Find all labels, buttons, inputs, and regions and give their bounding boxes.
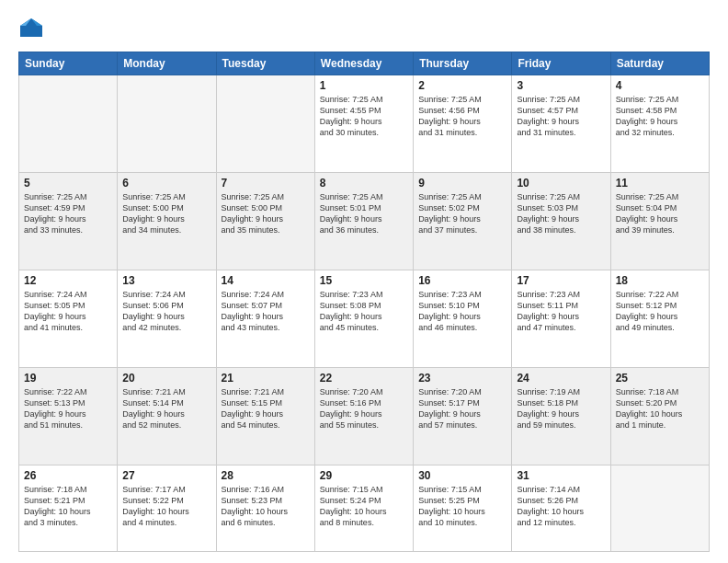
day-number: 20 [122, 372, 210, 385]
calendar-cell: 10Sunrise: 7:25 AM Sunset: 5:03 PM Dayli… [512, 173, 610, 270]
weekday-header-monday: Monday [118, 52, 216, 75]
week-row-2: 5Sunrise: 7:25 AM Sunset: 4:59 PM Daylig… [19, 173, 710, 270]
day-number: 11 [616, 177, 704, 190]
day-info: Sunrise: 7:23 AM Sunset: 5:10 PM Dayligh… [418, 289, 506, 334]
calendar-cell: 6Sunrise: 7:25 AM Sunset: 5:00 PM Daylig… [118, 173, 216, 270]
day-number: 5 [24, 177, 112, 190]
week-row-1: 1Sunrise: 7:25 AM Sunset: 4:55 PM Daylig… [19, 75, 710, 173]
day-number: 22 [320, 372, 408, 385]
calendar-cell: 7Sunrise: 7:25 AM Sunset: 5:00 PM Daylig… [216, 173, 314, 270]
day-number: 27 [122, 469, 210, 482]
calendar-cell: 5Sunrise: 7:25 AM Sunset: 4:59 PM Daylig… [19, 173, 118, 270]
weekday-header-saturday: Saturday [610, 52, 709, 75]
calendar-cell: 12Sunrise: 7:24 AM Sunset: 5:05 PM Dayli… [19, 270, 118, 368]
calendar-cell [610, 465, 709, 552]
day-number: 12 [24, 274, 112, 287]
calendar-cell: 13Sunrise: 7:24 AM Sunset: 5:06 PM Dayli… [118, 270, 216, 368]
week-row-3: 12Sunrise: 7:24 AM Sunset: 5:05 PM Dayli… [19, 270, 710, 368]
day-info: Sunrise: 7:17 AM Sunset: 5:22 PM Dayligh… [122, 484, 210, 529]
week-row-4: 19Sunrise: 7:22 AM Sunset: 5:13 PM Dayli… [19, 368, 710, 465]
day-info: Sunrise: 7:25 AM Sunset: 5:00 PM Dayligh… [222, 191, 310, 236]
calendar-cell [19, 75, 118, 173]
day-number: 2 [418, 79, 506, 92]
calendar-cell: 19Sunrise: 7:22 AM Sunset: 5:13 PM Dayli… [19, 368, 118, 465]
calendar-cell: 8Sunrise: 7:25 AM Sunset: 5:01 PM Daylig… [314, 173, 413, 270]
day-number: 15 [320, 274, 408, 287]
header [18, 17, 710, 42]
day-info: Sunrise: 7:21 AM Sunset: 5:14 PM Dayligh… [122, 386, 210, 431]
calendar-cell: 23Sunrise: 7:20 AM Sunset: 5:17 PM Dayli… [414, 368, 512, 465]
day-info: Sunrise: 7:24 AM Sunset: 5:07 PM Dayligh… [222, 289, 310, 334]
day-number: 23 [418, 372, 506, 385]
weekday-header-row: SundayMondayTuesdayWednesdayThursdayFrid… [19, 52, 710, 75]
day-info: Sunrise: 7:25 AM Sunset: 5:01 PM Dayligh… [320, 191, 408, 236]
day-info: Sunrise: 7:24 AM Sunset: 5:06 PM Dayligh… [122, 289, 210, 334]
calendar-cell: 25Sunrise: 7:18 AM Sunset: 5:20 PM Dayli… [610, 368, 709, 465]
day-number: 9 [418, 177, 506, 190]
day-info: Sunrise: 7:25 AM Sunset: 5:03 PM Dayligh… [517, 191, 605, 236]
day-info: Sunrise: 7:18 AM Sunset: 5:21 PM Dayligh… [24, 484, 112, 529]
day-info: Sunrise: 7:25 AM Sunset: 4:56 PM Dayligh… [418, 94, 506, 139]
day-info: Sunrise: 7:16 AM Sunset: 5:23 PM Dayligh… [222, 484, 310, 529]
logo-icon [18, 17, 44, 42]
calendar-cell: 27Sunrise: 7:17 AM Sunset: 5:22 PM Dayli… [118, 465, 216, 552]
day-info: Sunrise: 7:23 AM Sunset: 5:11 PM Dayligh… [517, 289, 605, 334]
day-number: 16 [418, 274, 506, 287]
day-info: Sunrise: 7:20 AM Sunset: 5:16 PM Dayligh… [320, 386, 408, 431]
day-number: 24 [517, 372, 605, 385]
day-number: 30 [418, 469, 506, 482]
weekday-header-thursday: Thursday [414, 52, 512, 75]
day-info: Sunrise: 7:21 AM Sunset: 5:15 PM Dayligh… [222, 386, 310, 431]
day-info: Sunrise: 7:15 AM Sunset: 5:25 PM Dayligh… [418, 484, 506, 529]
day-number: 21 [222, 372, 310, 385]
weekday-header-wednesday: Wednesday [314, 52, 413, 75]
calendar-cell: 24Sunrise: 7:19 AM Sunset: 5:18 PM Dayli… [512, 368, 610, 465]
logo [18, 17, 48, 42]
day-info: Sunrise: 7:18 AM Sunset: 5:20 PM Dayligh… [616, 386, 704, 431]
day-number: 31 [517, 469, 605, 482]
day-info: Sunrise: 7:22 AM Sunset: 5:12 PM Dayligh… [616, 289, 704, 334]
weekday-header-friday: Friday [512, 52, 610, 75]
calendar-cell: 26Sunrise: 7:18 AM Sunset: 5:21 PM Dayli… [19, 465, 118, 552]
calendar-cell: 18Sunrise: 7:22 AM Sunset: 5:12 PM Dayli… [610, 270, 709, 368]
day-info: Sunrise: 7:25 AM Sunset: 5:04 PM Dayligh… [616, 191, 704, 236]
weekday-header-tuesday: Tuesday [216, 52, 314, 75]
day-number: 17 [517, 274, 605, 287]
day-number: 6 [122, 177, 210, 190]
calendar-cell: 31Sunrise: 7:14 AM Sunset: 5:26 PM Dayli… [512, 465, 610, 552]
day-info: Sunrise: 7:24 AM Sunset: 5:05 PM Dayligh… [24, 289, 112, 334]
day-info: Sunrise: 7:25 AM Sunset: 4:59 PM Dayligh… [24, 191, 112, 236]
day-number: 1 [320, 79, 408, 92]
svg-marker-0 [20, 18, 42, 37]
day-info: Sunrise: 7:25 AM Sunset: 4:57 PM Dayligh… [517, 94, 605, 139]
week-row-5: 26Sunrise: 7:18 AM Sunset: 5:21 PM Dayli… [19, 465, 710, 552]
calendar-cell: 3Sunrise: 7:25 AM Sunset: 4:57 PM Daylig… [512, 75, 610, 173]
day-number: 18 [616, 274, 704, 287]
day-number: 29 [320, 469, 408, 482]
calendar-cell: 4Sunrise: 7:25 AM Sunset: 4:58 PM Daylig… [610, 75, 709, 173]
calendar-cell: 9Sunrise: 7:25 AM Sunset: 5:02 PM Daylig… [414, 173, 512, 270]
calendar-cell: 2Sunrise: 7:25 AM Sunset: 4:56 PM Daylig… [414, 75, 512, 173]
day-number: 26 [24, 469, 112, 482]
calendar-cell: 28Sunrise: 7:16 AM Sunset: 5:23 PM Dayli… [216, 465, 314, 552]
calendar-cell: 16Sunrise: 7:23 AM Sunset: 5:10 PM Dayli… [414, 270, 512, 368]
day-number: 4 [616, 79, 704, 92]
calendar-cell [216, 75, 314, 173]
calendar-cell: 29Sunrise: 7:15 AM Sunset: 5:24 PM Dayli… [314, 465, 413, 552]
day-info: Sunrise: 7:25 AM Sunset: 4:58 PM Dayligh… [616, 94, 704, 139]
day-number: 3 [517, 79, 605, 92]
day-info: Sunrise: 7:14 AM Sunset: 5:26 PM Dayligh… [517, 484, 605, 529]
calendar-cell [118, 75, 216, 173]
day-number: 10 [517, 177, 605, 190]
calendar-table: SundayMondayTuesdayWednesdayThursdayFrid… [18, 52, 710, 552]
day-number: 13 [122, 274, 210, 287]
day-number: 8 [320, 177, 408, 190]
calendar-cell: 14Sunrise: 7:24 AM Sunset: 5:07 PM Dayli… [216, 270, 314, 368]
calendar-cell: 21Sunrise: 7:21 AM Sunset: 5:15 PM Dayli… [216, 368, 314, 465]
calendar-cell: 17Sunrise: 7:23 AM Sunset: 5:11 PM Dayli… [512, 270, 610, 368]
calendar-cell: 20Sunrise: 7:21 AM Sunset: 5:14 PM Dayli… [118, 368, 216, 465]
calendar-cell: 22Sunrise: 7:20 AM Sunset: 5:16 PM Dayli… [314, 368, 413, 465]
day-info: Sunrise: 7:25 AM Sunset: 5:00 PM Dayligh… [122, 191, 210, 236]
calendar-cell: 30Sunrise: 7:15 AM Sunset: 5:25 PM Dayli… [414, 465, 512, 552]
day-number: 7 [222, 177, 310, 190]
